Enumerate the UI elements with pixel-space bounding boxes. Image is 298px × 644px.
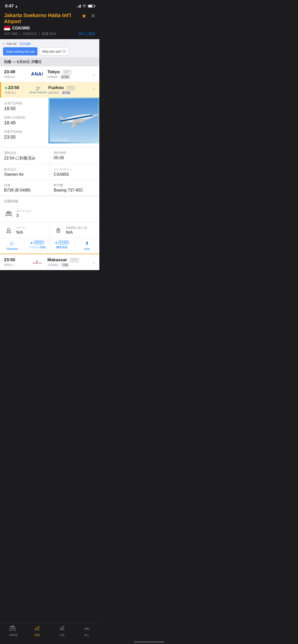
detail-info-grid: 運航状況 22:54 に到着済み 飛行時間 05:06 航空会社 Xiamen … — [0, 148, 99, 196]
wifi-icon — [82, 5, 86, 8]
ads-by-google: Ads by Google — [6, 41, 31, 46]
chevron-down-icon: ⌄ — [92, 72, 95, 76]
terminal-label: ターミナル — [16, 209, 95, 213]
arrival-gate-baggage-row: ゲート N/A 荷物受け取り所 — [0, 222, 99, 238]
terminal-value: 3 — [16, 213, 95, 218]
siri-button[interactable]: Siri に追加 — [78, 32, 95, 36]
flight-row-makassar[interactable]: 23:50 情報なし 🦅 Sriwijaya Air Makassar UPG … — [0, 254, 99, 270]
status-dot — [5, 87, 7, 89]
flight-info-badge: MF855 — [34, 241, 44, 244]
arr-scheduled-label: 到着予定時刻 — [4, 130, 44, 134]
flight-destination-fuzhou: Fuzhou FOC — [48, 85, 90, 90]
favorite-button[interactable]: ★ — [82, 13, 87, 19]
svg-rect-6 — [7, 213, 8, 214]
info-icon: ⓘ — [62, 49, 66, 54]
status-icons — [76, 5, 94, 8]
equipment-item: 設備 B738 (B-5488) — [0, 180, 50, 196]
flight-time-item: 飛行時間 05:06 — [50, 148, 99, 164]
chevron-up-icon: ⌃ — [92, 88, 95, 92]
airline-item: 航空会社 Xiamen Air — [0, 164, 50, 180]
date-section-header: 到着 — 9月30日 月曜日 — [0, 58, 99, 66]
terminal-icon — [4, 209, 13, 218]
svg-rect-7 — [8, 213, 9, 214]
flight-detail-header[interactable]: 23:50 到着済み 🕊 厦门航空 XIAMENAIR Fuzhou FOC M… — [0, 82, 99, 98]
aircraft-info-plane-icon: ✈ — [55, 241, 58, 245]
arrival-info-title: 到着情報 — [4, 199, 95, 204]
flight-detail-xiamen: 23:50 到着済み 🕊 厦门航空 XIAMENAIR Fuzhou FOC M… — [0, 82, 99, 254]
airport-name: Jakarta Soekarno Hatta Int'l Airport — [4, 12, 78, 24]
airline-logo-col: ANA/ — [27, 71, 47, 77]
flight-time-col: 23:49 到着済み — [4, 69, 27, 79]
terminal-item: ターミナル 3 — [4, 206, 95, 221]
flight-info-label: フライト情報 — [29, 245, 46, 249]
arrival-info-section: 到着情報 ターミナル 3 — [0, 196, 99, 222]
expand-icon[interactable]: ⤢ — [94, 137, 97, 141]
action-bar: ▷ Playback ✈ MF855 フライト情報 ✈ B-5488 機体情報 — [0, 238, 99, 254]
flight-arrived-status: 到着済み — [5, 91, 28, 95]
arr-scheduled-value: 23:50 — [4, 135, 44, 140]
callsign-item: コールサイン CXA855 — [50, 164, 99, 180]
airport-meta: 0:47 WIB ｜ 10月01日 ｜ 高度 34 ft — [4, 32, 56, 36]
share-icon: ⬆ — [85, 241, 89, 246]
gate-icon — [4, 226, 13, 235]
gate-label: ゲート — [16, 226, 45, 230]
why-this-ad-button[interactable]: Why this ad? ⓘ — [39, 47, 69, 55]
photo-credit: © ZSFZ-B1356 — [50, 139, 67, 141]
gate-item: ゲート N/A — [0, 223, 50, 238]
flight-detail-content: 出発予定時刻 18:50 実際の出発時刻 18:49 到着予定時刻 23:50 — [0, 98, 99, 254]
status-item: 運航状況 22:54 に到着済み — [0, 148, 50, 164]
dep-actual-label: 実際の出発時刻 — [4, 115, 44, 120]
svg-point-10 — [7, 228, 10, 231]
chevron-down-icon-makassar: ⌄ — [92, 260, 95, 264]
detail-times: 出発予定時刻 18:50 実際の出発時刻 18:49 到着予定時刻 23:50 — [0, 98, 48, 148]
baggage-label: 荷物受け取り所 — [66, 226, 95, 230]
aircraft-info-label: 機体情報 — [56, 245, 67, 249]
flight-time: 23:49 — [4, 69, 27, 75]
flight-row-ana[interactable]: 23:49 到着済み ANA/ Tokyo NRT NH835 B789 ⌄ — [0, 66, 99, 82]
plane-svg — [50, 99, 98, 142]
flight-number: NH835 B789 — [47, 75, 90, 79]
makassar-dest: Makassar UPG — [47, 257, 90, 262]
baggage-item: 荷物受け取り所 N/A — [50, 223, 99, 238]
location-icon: ▲ — [15, 4, 18, 8]
share-button[interactable]: ⬆ 共有 — [75, 238, 100, 254]
stop-seeing-ad-button[interactable]: Stop seeing this ad — [3, 47, 37, 55]
ad-banner: ‹ Ads by Google Stop seeing this ad Why … — [0, 39, 99, 58]
makassar-flight-num: SJ5801 735 — [47, 263, 90, 267]
aircraft-item: 航空機 Boeing 737-85C — [50, 180, 99, 196]
country-flag — [4, 26, 10, 30]
playback-label: Playback — [7, 247, 18, 250]
flight-number-mf855: MF855 B738 — [48, 91, 90, 95]
aircraft-info-badge: B-5488 — [58, 241, 69, 244]
flight-info-button[interactable]: ✈ MF855 フライト情報 — [25, 238, 50, 254]
dep-scheduled-value: 18:50 — [4, 106, 44, 111]
xiamen-air-logo: 🕊 厦门航空 XIAMENAIR — [30, 86, 47, 94]
baggage-value: N/A — [66, 230, 95, 235]
flight-info-plane-icon: ✈ — [30, 241, 33, 245]
gate-value: N/A — [16, 230, 45, 235]
ad-back-button[interactable]: ‹ — [3, 41, 4, 46]
flight-dest-col: Tokyo NRT NH835 B789 — [47, 69, 90, 79]
close-button[interactable]: ✕ — [91, 13, 95, 19]
header: Jakarta Soekarno Hatta Int'l Airport ★ ✕… — [0, 10, 99, 39]
ana-logo: ANA/ — [31, 71, 43, 77]
signal-bars — [76, 5, 81, 8]
battery-icon — [88, 5, 94, 8]
sriwijaya-logo: 🦅 Sriwijaya Air — [33, 260, 42, 264]
playback-button[interactable]: ▷ Playback — [0, 238, 25, 254]
baggage-icon — [54, 226, 63, 235]
share-label: 共有 — [84, 247, 90, 251]
svg-rect-9 — [7, 211, 10, 213]
playback-icon: ▷ — [10, 241, 14, 246]
status-time: 0:47 ▲ — [5, 4, 18, 9]
dep-scheduled-label: 出発予定時刻 — [4, 101, 44, 106]
status-bar: 0:47 ▲ — [0, 0, 99, 10]
dep-actual-value: 18:49 — [4, 120, 44, 126]
plane-image: © ZSFZ-B1356 ⤢ — [48, 98, 99, 143]
flight-destination: Tokyo NRT — [47, 69, 90, 75]
aircraft-info-button[interactable]: ✈ B-5488 機体情報 — [50, 238, 75, 254]
makassar-status: 情報なし — [4, 263, 27, 267]
airport-code: CGK/WIII — [12, 26, 30, 31]
svg-rect-8 — [10, 213, 10, 214]
flight-status: 到着済み — [4, 75, 27, 79]
